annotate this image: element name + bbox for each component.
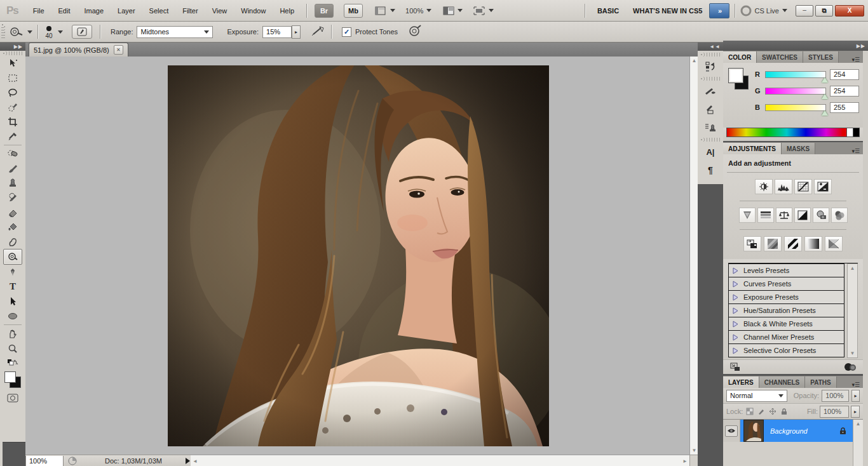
clone-source-panel-button[interactable] <box>702 119 719 136</box>
tab-adjustments[interactable]: ADJUSTMENTS <box>723 143 782 154</box>
launch-mini-bridge-button[interactable]: Mb <box>344 4 363 18</box>
zoom-tool[interactable] <box>4 341 22 356</box>
posterize-icon[interactable] <box>764 236 782 251</box>
workspace-whats-new-button[interactable]: WHAT'S NEW IN CS5 <box>626 0 709 21</box>
gradient-map-icon[interactable] <box>804 236 822 251</box>
menu-file[interactable]: File <box>26 0 51 21</box>
tab-color[interactable]: COLOR <box>723 51 757 63</box>
exposure-icon[interactable] <box>814 179 832 194</box>
channel-b-input[interactable]: 255 <box>830 102 859 113</box>
black-white-icon[interactable] <box>794 208 811 223</box>
channel-g-input[interactable]: 254 <box>830 86 859 97</box>
character-panel-button[interactable]: A| <box>702 143 719 160</box>
blend-mode-select[interactable]: Normal <box>726 390 787 402</box>
tab-channels[interactable]: CHANNELS <box>759 376 806 388</box>
foreground-color-swatch[interactable] <box>4 371 16 383</box>
close-button[interactable]: X <box>835 5 864 17</box>
panel-menu-icon[interactable]: ▾☰ <box>851 382 863 388</box>
lock-position-icon[interactable] <box>768 407 777 416</box>
preset-selective-color[interactable]: Selective Color Presets <box>728 344 844 357</box>
eraser-tool[interactable] <box>4 205 22 220</box>
scroll-up-icon[interactable]: ▲ <box>850 264 855 272</box>
quick-mask-toggle[interactable] <box>4 390 22 405</box>
hue-saturation-icon[interactable] <box>757 208 774 223</box>
range-select[interactable]: Midtones <box>137 26 213 38</box>
status-menu-arrow-icon[interactable] <box>184 457 191 465</box>
preset-exposure[interactable]: Exposure Presets <box>728 291 844 304</box>
menu-view[interactable]: View <box>205 0 234 21</box>
tab-layers[interactable]: LAYERS <box>723 376 759 388</box>
curves-icon[interactable] <box>794 179 812 194</box>
menu-select[interactable]: Select <box>142 0 176 21</box>
scroll-right-icon[interactable]: ► <box>682 457 688 465</box>
arrange-documents-button[interactable] <box>443 6 463 16</box>
presets-scrollbar[interactable]: ▲ ▼ <box>847 263 858 358</box>
photo-filter-icon[interactable] <box>813 208 829 223</box>
channel-r-slider[interactable] <box>765 71 826 78</box>
quick-selection-tool[interactable] <box>4 100 22 114</box>
clone-stamp-tool[interactable] <box>4 176 22 190</box>
tab-paths[interactable]: PATHS <box>805 376 836 388</box>
paragraph-panel-button[interactable]: ¶ <box>702 162 719 178</box>
expanded-view-icon[interactable] <box>729 362 741 372</box>
layer-row-background[interactable]: Background <box>723 420 853 442</box>
color-swatches[interactable] <box>728 68 750 90</box>
toggle-brush-panel-button[interactable] <box>72 25 92 39</box>
spectrum-white-swatch[interactable] <box>847 128 853 137</box>
crop-tool[interactable] <box>4 114 22 129</box>
preset-hue-saturation[interactable]: Hue/Saturation Presets <box>728 304 844 317</box>
layer-visibility-toggle[interactable] <box>725 425 738 437</box>
exposure-input[interactable]: 15% <box>262 26 292 38</box>
foreground-color-swatch[interactable] <box>728 68 743 83</box>
layer-name[interactable]: Background <box>770 427 808 435</box>
history-brush-tool[interactable] <box>4 190 22 205</box>
ellipse-shape-tool[interactable] <box>4 309 22 323</box>
tab-masks[interactable]: MASKS <box>782 143 815 154</box>
slider-thumb[interactable] <box>822 77 828 83</box>
threshold-icon[interactable] <box>784 236 802 251</box>
brush-presets-panel-button[interactable] <box>702 101 719 117</box>
canvas-pasteboard[interactable] <box>25 57 689 455</box>
levels-icon[interactable] <box>775 179 792 194</box>
selective-color-icon[interactable] <box>825 236 843 251</box>
history-panel-button[interactable] <box>702 58 719 75</box>
layers-scrollbar[interactable]: ▲ ▼ <box>853 420 863 466</box>
restore-button[interactable]: ⧉ <box>815 5 833 17</box>
tab-swatches[interactable]: SWATCHES <box>757 51 803 63</box>
launch-bridge-button[interactable]: Br <box>315 4 334 18</box>
swap-colors-control[interactable] <box>4 356 22 370</box>
status-zoom-input[interactable]: 100% <box>25 456 64 466</box>
lock-transparency-icon[interactable] <box>745 407 754 416</box>
workspace-basic-button[interactable]: BASIC <box>590 0 626 21</box>
color-spectrum-ramp[interactable] <box>726 128 847 137</box>
collapse-tools-button[interactable]: ▶▶ <box>0 43 25 51</box>
opacity-input[interactable]: 100% <box>822 390 849 402</box>
paint-bucket-tool[interactable] <box>4 220 22 234</box>
lock-pixels-icon[interactable] <box>756 407 766 416</box>
layer-thumbnail[interactable] <box>743 420 764 442</box>
chevron-down-icon[interactable] <box>58 30 63 34</box>
brightness-contrast-icon[interactable] <box>755 179 773 194</box>
preset-levels[interactable]: Levels Presets <box>728 263 844 277</box>
pen-tool[interactable] <box>4 265 22 279</box>
fill-slider-button[interactable]: ▸ <box>851 406 860 418</box>
scroll-down-icon[interactable]: ▼ <box>850 349 855 357</box>
spectrum-black-swatch[interactable] <box>853 128 860 137</box>
slider-thumb[interactable] <box>822 94 828 99</box>
cs-live-button[interactable]: CS Live <box>740 5 787 17</box>
menu-window[interactable]: Window <box>234 0 273 21</box>
brush-panel-button[interactable] <box>702 83 719 99</box>
spot-healing-brush-tool[interactable] <box>4 147 22 161</box>
clip-to-layer-icon[interactable] <box>843 363 857 371</box>
menu-image[interactable]: Image <box>78 0 111 21</box>
more-workspaces-button[interactable]: » <box>709 3 729 18</box>
hand-tool[interactable] <box>4 326 22 341</box>
channel-g-slider[interactable] <box>765 88 826 95</box>
brush-tool[interactable] <box>4 161 22 176</box>
foreground-background-colors[interactable] <box>4 371 21 388</box>
screen-mode-button[interactable] <box>473 6 494 16</box>
move-tool[interactable] <box>4 56 22 70</box>
scroll-left-icon[interactable]: ◄ <box>193 457 198 465</box>
zoom-level-button[interactable]: 100% <box>405 7 431 15</box>
preset-channel-mixer[interactable]: Channel Mixer Presets <box>728 331 844 344</box>
